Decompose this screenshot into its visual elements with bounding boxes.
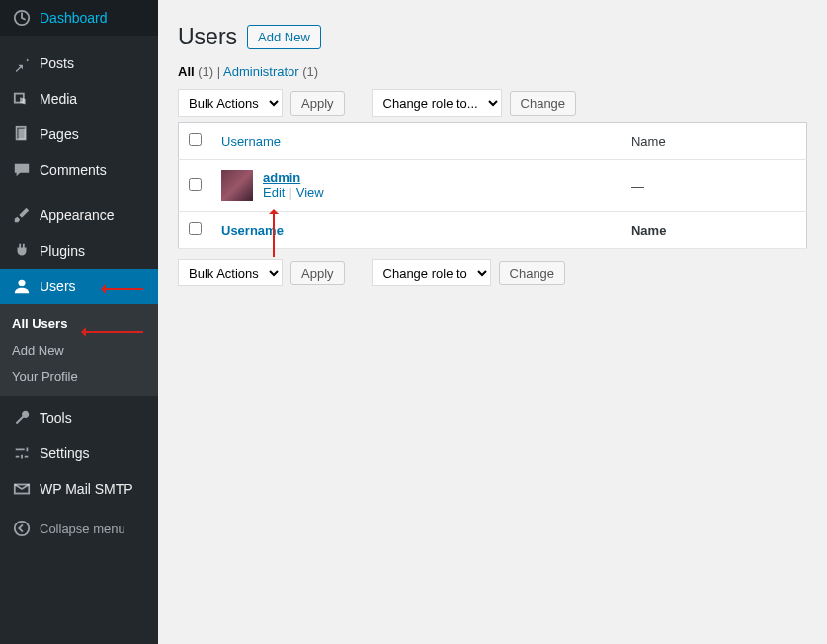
row-name-cell: — [621, 160, 807, 212]
sidebar-item-tools[interactable]: Tools [0, 400, 158, 436]
sidebar-label: Plugins [40, 243, 85, 259]
submenu-all-users[interactable]: All Users [0, 310, 158, 337]
collapse-label: Collapse menu [40, 522, 125, 536]
page-title: Users [178, 24, 237, 50]
collapse-icon [12, 519, 32, 538]
page-header: Users Add New [178, 10, 807, 60]
sliders-icon [12, 443, 32, 463]
change-button-bottom[interactable]: Change [499, 261, 566, 285]
admin-sidebar: Dashboard Posts Media Pages Comments App… [0, 0, 158, 644]
media-icon [12, 89, 32, 109]
select-all-top[interactable] [189, 133, 202, 146]
user-icon [12, 277, 32, 296]
sidebar-label: Tools [40, 410, 72, 426]
comment-icon [12, 160, 32, 180]
svg-rect-3 [18, 129, 25, 140]
sidebar-item-users[interactable]: Users [0, 269, 158, 304]
row-actions: Edit|View [263, 185, 324, 200]
row-checkbox[interactable] [189, 178, 202, 191]
plugin-icon [12, 241, 32, 261]
collapse-menu[interactable]: Collapse menu [0, 511, 158, 546]
svg-point-4 [18, 280, 25, 286]
apply-button-top[interactable]: Apply [290, 91, 345, 116]
change-role-select-top[interactable]: Change role to... [372, 89, 502, 117]
sidebar-label: Users [40, 279, 76, 294]
users-submenu: All Users Add New Your Profile [0, 304, 158, 396]
row-username-link[interactable]: admin [263, 170, 300, 185]
brush-icon [12, 205, 32, 225]
sidebar-label: Media [40, 91, 77, 107]
sidebar-item-plugins[interactable]: Plugins [0, 233, 158, 269]
col-username-header[interactable]: Username [221, 134, 281, 149]
add-new-button[interactable]: Add New [247, 25, 321, 49]
page-icon [12, 124, 32, 144]
filter-links: All (1) | Administrator (1) [178, 64, 807, 79]
sidebar-label: Appearance [40, 207, 115, 223]
table-row: admin Edit|View — [179, 160, 807, 212]
change-role-select-bottom[interactable]: Change role to... [372, 259, 491, 286]
filter-all[interactable]: All (1) [178, 64, 213, 79]
select-all-bottom[interactable] [189, 222, 202, 235]
bulk-actions-select-top[interactable]: Bulk Actions [178, 89, 283, 117]
tablenav-top: Bulk Actions Apply Change role to... Cha… [178, 89, 807, 117]
col-name-footer: Name [621, 212, 807, 249]
sidebar-label: WP Mail SMTP [40, 481, 133, 497]
sidebar-item-posts[interactable]: Posts [0, 45, 158, 81]
svg-point-6 [15, 522, 29, 535]
sidebar-item-appearance[interactable]: Appearance [0, 198, 158, 233]
sidebar-item-wpmailsmtp[interactable]: WP Mail SMTP [0, 471, 158, 507]
avatar [221, 170, 253, 201]
sidebar-item-settings[interactable]: Settings [0, 436, 158, 471]
filter-administrator[interactable]: Administrator [223, 64, 299, 79]
view-link[interactable]: View [296, 185, 324, 200]
col-name-header: Name [621, 123, 807, 160]
sidebar-label: Pages [40, 126, 79, 142]
mail-icon [12, 479, 32, 499]
tablenav-bottom: Bulk Actions Apply Change role to... Cha… [178, 259, 807, 286]
sidebar-label: Posts [40, 55, 74, 71]
sidebar-label: Dashboard [40, 10, 108, 26]
main-content: Users Add New All (1) | Administrator (1… [158, 0, 827, 644]
sidebar-label: Comments [40, 162, 107, 178]
dashboard-icon [12, 8, 32, 28]
sidebar-item-comments[interactable]: Comments [0, 152, 158, 188]
sidebar-item-dashboard[interactable]: Dashboard [0, 0, 158, 36]
apply-button-bottom[interactable]: Apply [290, 261, 345, 285]
sidebar-item-media[interactable]: Media [0, 81, 158, 117]
sidebar-item-pages[interactable]: Pages [0, 117, 158, 152]
wrench-icon [12, 408, 32, 428]
edit-link[interactable]: Edit [263, 185, 285, 200]
sidebar-label: Settings [40, 445, 90, 461]
bulk-actions-select-bottom[interactable]: Bulk Actions [178, 259, 283, 286]
pin-icon [12, 53, 32, 73]
users-table: Username Name admin Edit|View [178, 122, 807, 249]
change-button-top[interactable]: Change [510, 91, 577, 116]
col-username-footer[interactable]: Username [221, 223, 284, 238]
submenu-add-new[interactable]: Add New [0, 337, 158, 363]
submenu-your-profile[interactable]: Your Profile [0, 363, 158, 390]
